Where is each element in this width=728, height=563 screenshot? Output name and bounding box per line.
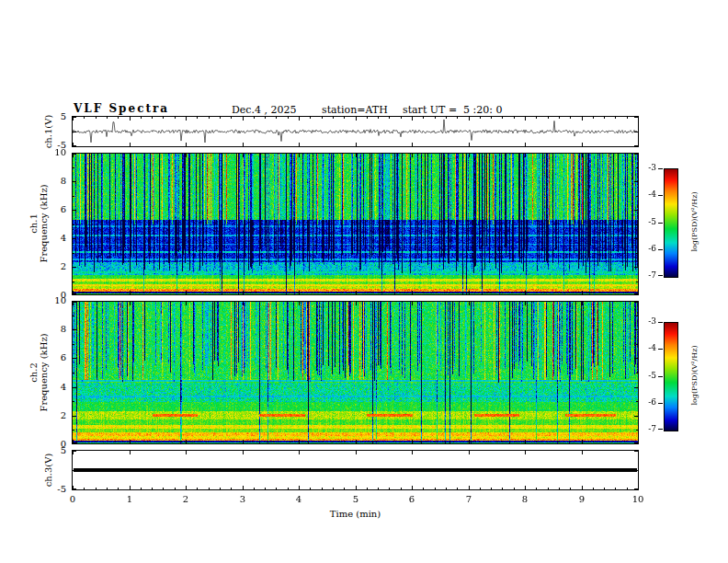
x-minor-tick-mark [107, 488, 108, 489]
x-minor-tick-mark [457, 117, 458, 119]
y-tick-mark [73, 416, 76, 417]
x-tick-mark [638, 291, 639, 294]
x-minor-tick-mark [231, 488, 232, 489]
x-tick-mark [243, 143, 244, 146]
colorbar-tick-label: -3 [632, 316, 656, 326]
x-minor-tick-mark [107, 117, 108, 119]
y-minor-tick-mark [73, 401, 74, 402]
x-tick-mark [130, 291, 131, 294]
y-tick-label: 2 [42, 261, 66, 271]
y-tick-label: 6 [42, 204, 66, 214]
y-tick-mark [73, 132, 76, 132]
y-minor-tick-mark [636, 282, 638, 282]
y-tick-mark [634, 210, 638, 211]
x-minor-tick-mark [548, 488, 549, 489]
y-tick-mark [634, 293, 638, 294]
x-minor-tick-mark [220, 488, 221, 489]
x-tick-mark [412, 291, 413, 294]
x-minor-tick-mark [276, 117, 277, 119]
x-tick-mark [525, 117, 526, 121]
x-minor-tick-mark [435, 488, 436, 489]
x-tick-label: 3 [233, 494, 252, 504]
x-minor-tick-mark [604, 117, 605, 119]
y-tick-mark [634, 238, 638, 239]
colorbar-tick-label: -5 [632, 217, 656, 226]
x-tick-mark [243, 117, 244, 121]
x-tick-mark [243, 486, 244, 489]
x-tick-mark [412, 451, 413, 454]
y-tick-label: 8 [42, 176, 66, 186]
x-minor-tick-mark [175, 488, 176, 489]
ch2-spectrogram-canvas [73, 302, 638, 443]
colorbar-tick-mark [658, 249, 663, 250]
x-tick-mark [469, 291, 470, 294]
x-minor-tick-mark [389, 117, 390, 119]
colorbar-tick-label: -6 [632, 244, 656, 253]
x-minor-tick-mark [502, 488, 503, 489]
start-ut-label: start UT = 5 :20: 0 [403, 104, 503, 116]
y-tick-label: 10 [42, 147, 66, 157]
x-tick-mark [525, 451, 526, 454]
y-tick-mark [73, 210, 76, 211]
x-minor-tick-mark [276, 488, 277, 489]
ch2-frequency-axis-label: ch.2 Frequency (kHz) [28, 333, 49, 411]
x-tick-mark [299, 486, 300, 489]
y-tick-label: 8 [42, 324, 66, 334]
x-minor-tick-mark [446, 117, 447, 119]
x-minor-tick-mark [514, 117, 515, 119]
x-minor-tick-mark [344, 117, 345, 119]
x-minor-tick-mark [163, 117, 164, 119]
x-minor-tick-mark [288, 488, 289, 489]
x-tick-mark [638, 440, 639, 443]
y-tick-label: 4 [42, 382, 66, 392]
x-tick-mark [412, 486, 413, 489]
x-tick-mark [638, 486, 639, 489]
x-minor-tick-mark [197, 488, 198, 489]
x-minor-tick-mark [491, 117, 492, 119]
x-minor-tick-mark [254, 117, 255, 119]
x-minor-tick-mark [118, 488, 119, 489]
y-tick-mark [634, 387, 638, 388]
y-tick-mark [73, 358, 76, 359]
x-tick-mark [130, 302, 131, 305]
x-minor-tick-mark [502, 117, 503, 119]
y-tick-mark [634, 132, 638, 132]
x-tick-mark [186, 486, 187, 489]
x-tick-mark [243, 291, 244, 294]
x-minor-tick-mark [265, 488, 266, 489]
y-tick-mark [73, 451, 76, 452]
colorbar-tick-mark [658, 168, 663, 169]
y-tick-mark [73, 117, 76, 118]
x-minor-tick-mark [322, 117, 323, 119]
y-tick-mark [73, 387, 76, 388]
y-tick-mark [634, 416, 638, 417]
x-tick-label: 7 [460, 494, 478, 504]
x-tick-mark [638, 451, 639, 454]
y-tick-mark [73, 329, 76, 330]
x-tick-label: 1 [120, 494, 139, 504]
colorbar-tick-label: -6 [632, 397, 656, 407]
y-tick-label: 6 [42, 352, 66, 362]
x-minor-tick-mark [401, 117, 402, 119]
x-minor-tick-mark [423, 117, 424, 119]
y-tick-mark [73, 302, 76, 303]
x-minor-tick-mark [96, 488, 97, 489]
x-minor-tick-mark [604, 488, 605, 489]
x-minor-tick-mark [310, 488, 311, 489]
x-minor-tick-mark [197, 117, 198, 119]
colorbar-tick-mark [658, 322, 663, 323]
x-minor-tick-mark [220, 117, 221, 119]
x-minor-tick-mark [367, 117, 368, 119]
x-tick-mark [469, 440, 470, 443]
x-tick-mark [299, 451, 300, 454]
x-tick-mark [243, 154, 244, 157]
y-tick-mark [73, 238, 76, 239]
x-minor-tick-mark [141, 117, 142, 119]
x-minor-tick-mark [548, 117, 549, 119]
ch2-frequency-axis-label-line1: ch.2 [28, 333, 39, 411]
x-minor-tick-mark [536, 488, 537, 489]
colorbar-tick-mark [658, 275, 663, 276]
y-tick-mark [634, 329, 638, 330]
colorbar-tick-label: -7 [632, 424, 656, 433]
y-minor-tick-mark [73, 224, 74, 225]
